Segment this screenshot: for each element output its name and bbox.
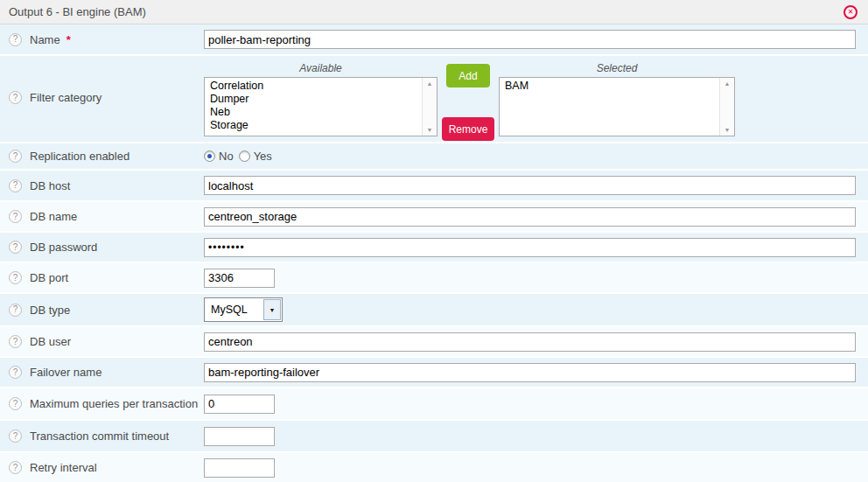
form-row-replication-enabled: ? Replication enabled No Yes	[0, 143, 868, 171]
help-icon[interactable]: ?	[9, 33, 22, 46]
help-icon[interactable]: ?	[9, 304, 22, 317]
help-icon[interactable]: ?	[9, 430, 22, 443]
form-row-max-queries: ? Maximum queries per transaction	[0, 388, 868, 421]
form-row-db-name: ? DB name	[0, 202, 868, 233]
radio-yes-label[interactable]: Yes	[254, 150, 272, 163]
form-row-failover-name: ? Failover name	[0, 358, 868, 388]
field-label-db-password: DB password	[30, 241, 97, 254]
help-icon[interactable]: ?	[9, 335, 22, 348]
max-queries-input[interactable]	[204, 395, 275, 414]
radio-no[interactable]	[204, 150, 215, 162]
form-row-name: ? Name *	[0, 24, 868, 56]
filter-category-dual-list: Available Correlation Dumper Neb Storage…	[204, 61, 856, 141]
selected-listbox[interactable]: BAM ▲ ▼	[499, 77, 735, 136]
list-item[interactable]: Neb	[210, 106, 419, 119]
form-row-db-type: ? DB type MySQL ▼	[0, 294, 868, 327]
help-icon[interactable]: ?	[9, 397, 22, 410]
field-label-filter-category: Filter category	[30, 91, 102, 104]
failover-name-input[interactable]	[204, 363, 856, 382]
field-label-replication-enabled: Replication enabled	[30, 150, 130, 163]
field-label-name: Name	[30, 33, 60, 46]
db-password-input[interactable]	[204, 238, 856, 257]
help-icon[interactable]: ?	[9, 271, 22, 284]
scroll-up-icon[interactable]: ▲	[724, 80, 731, 87]
transaction-commit-timeout-input[interactable]	[204, 427, 275, 446]
scroll-down-icon[interactable]: ▼	[724, 127, 731, 133]
field-label-db-type: DB type	[30, 304, 70, 317]
radio-yes[interactable]	[239, 150, 250, 162]
retry-interval-input[interactable]	[204, 458, 275, 478]
panel-header: Output 6 - BI engine (BAM) ✕	[0, 0, 868, 24]
panel-title: Output 6 - BI engine (BAM)	[9, 5, 146, 18]
required-marker: *	[66, 33, 71, 46]
db-host-input[interactable]	[204, 176, 856, 195]
form-row-transaction-commit-timeout: ? Transaction commit timeout	[0, 421, 868, 453]
scrollbar[interactable]: ▲ ▼	[719, 78, 734, 136]
output-config-panel: Output 6 - BI engine (BAM) ✕ ? Name * ? …	[0, 0, 868, 482]
field-label-transaction-commit-timeout: Transaction commit timeout	[30, 430, 169, 443]
form-row-db-host: ? DB host	[0, 171, 868, 202]
form-row-retry-interval: ? Retry interval	[0, 453, 868, 482]
form-row-filter-category: ? Filter category Available Correlation …	[0, 56, 868, 143]
help-icon[interactable]: ?	[9, 241, 22, 254]
scroll-up-icon[interactable]: ▲	[427, 80, 433, 87]
db-port-input[interactable]	[204, 269, 275, 288]
select-arrow-button[interactable]: ▼	[263, 299, 281, 320]
list-item[interactable]: BAM	[505, 80, 717, 93]
available-listbox[interactable]: Correlation Dumper Neb Storage ▲ ▼	[204, 77, 438, 136]
field-label-db-host: DB host	[30, 179, 70, 192]
db-name-input[interactable]	[204, 207, 856, 227]
replication-radio-group: No Yes	[204, 150, 277, 163]
radio-no-label[interactable]: No	[219, 150, 234, 163]
field-label-max-queries: Maximum queries per transaction	[30, 397, 198, 410]
help-icon[interactable]: ?	[9, 150, 22, 163]
available-list-title: Available	[204, 61, 438, 77]
list-item[interactable]: Storage	[210, 119, 419, 132]
help-icon[interactable]: ?	[9, 461, 22, 474]
scrollbar[interactable]: ▲ ▼	[422, 78, 437, 136]
chevron-down-icon: ▼	[270, 307, 276, 313]
name-input[interactable]	[204, 30, 856, 49]
help-icon[interactable]: ?	[9, 179, 22, 192]
db-type-selected-value: MySQL	[205, 304, 263, 316]
selected-list-title: Selected	[499, 61, 735, 77]
db-type-select[interactable]: MySQL ▼	[204, 297, 283, 322]
field-label-retry-interval: Retry interval	[30, 461, 97, 474]
field-label-db-port: DB port	[30, 271, 68, 284]
db-user-input[interactable]	[204, 332, 856, 352]
form-row-db-user: ? DB user	[0, 327, 868, 358]
add-button[interactable]: Add	[446, 64, 490, 87]
scroll-down-icon[interactable]: ▼	[427, 127, 433, 133]
field-label-failover-name: Failover name	[30, 366, 102, 379]
form-row-db-port: ? DB port	[0, 263, 868, 294]
help-icon[interactable]: ?	[9, 366, 22, 379]
form-row-db-password: ? DB password	[0, 233, 868, 263]
list-item[interactable]: Dumper	[210, 93, 419, 106]
field-label-db-name: DB name	[30, 210, 77, 223]
help-icon[interactable]: ?	[9, 210, 22, 223]
remove-button[interactable]: Remove	[442, 117, 494, 141]
close-icon[interactable]: ✕	[844, 5, 858, 19]
field-label-db-user: DB user	[30, 335, 71, 348]
list-item[interactable]: Correlation	[210, 80, 419, 93]
help-icon[interactable]: ?	[9, 91, 22, 104]
